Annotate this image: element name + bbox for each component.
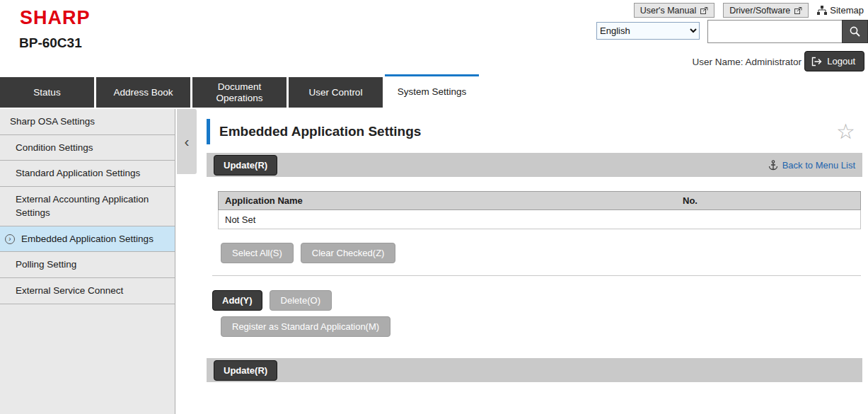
add-delete-buttons-row: Add(Y) Delete(O) bbox=[212, 290, 862, 311]
logout-label: Logout bbox=[827, 56, 855, 67]
search-icon bbox=[849, 25, 861, 38]
back-to-menu-link[interactable]: Back to Menu List bbox=[768, 160, 855, 171]
logout-icon bbox=[811, 57, 822, 67]
table-header-row: Application Name No. bbox=[218, 191, 861, 210]
sidebar-item-standard-application-settings[interactable]: Standard Application Settings bbox=[0, 161, 175, 187]
favorite-star-icon[interactable]: ☆ bbox=[836, 121, 855, 142]
table-row: Not Set bbox=[218, 210, 861, 229]
sidebar-item-polling-setting[interactable]: Polling Setting bbox=[0, 252, 175, 278]
anchor-icon bbox=[768, 160, 778, 171]
tab-system-settings[interactable]: System Settings bbox=[385, 74, 479, 108]
sitemap-label: Sitemap bbox=[830, 5, 864, 16]
main-content: Embedded Application Settings ☆ Update(R… bbox=[197, 109, 868, 414]
sidebar-item-external-accounting-application-settings[interactable]: External Accounting Application Settings bbox=[0, 187, 175, 226]
clear-checked-button[interactable]: Clear Checked(Z) bbox=[301, 243, 396, 263]
add-button[interactable]: Add(Y) bbox=[212, 290, 262, 311]
register-standard-application-button[interactable]: Register as Standard Application(M) bbox=[221, 316, 390, 337]
search-button[interactable] bbox=[842, 20, 868, 43]
tab-document-operations[interactable]: Document Operations bbox=[192, 77, 287, 108]
register-button-row: Register as Standard Application(M) bbox=[221, 316, 862, 337]
tab-address-book[interactable]: Address Book bbox=[96, 77, 190, 108]
back-to-menu-label: Back to Menu List bbox=[782, 160, 855, 171]
search-input[interactable] bbox=[707, 20, 842, 43]
external-link-icon bbox=[700, 6, 708, 14]
sharp-logo: SHARP bbox=[20, 7, 91, 29]
section-divider bbox=[212, 275, 861, 276]
sitemap-link[interactable]: Sitemap bbox=[817, 5, 864, 16]
selection-buttons-row: Select All(S) Clear Checked(Z) bbox=[221, 243, 862, 263]
sidebar-collapse-handle[interactable]: ‹ bbox=[177, 109, 197, 174]
language-select[interactable]: English bbox=[596, 22, 700, 40]
users-manual-label: User's Manual bbox=[640, 6, 697, 16]
driver-software-label: Driver/Software bbox=[729, 6, 790, 16]
sitemap-icon bbox=[817, 6, 827, 15]
driver-software-button[interactable]: Driver/Software bbox=[723, 3, 809, 18]
application-name-cell: Not Set bbox=[219, 214, 680, 225]
sidebar-item-embedded-application-settings[interactable]: › Embedded Application Settings bbox=[0, 226, 175, 253]
column-header-no: No. bbox=[680, 195, 860, 206]
column-header-application-name: Application Name bbox=[219, 195, 680, 206]
collapse-chevron-icon: ‹ bbox=[185, 133, 190, 150]
title-accent-bar bbox=[207, 119, 210, 144]
sidebar-item-external-service-connect[interactable]: External Service Connect bbox=[0, 278, 175, 304]
device-model: BP-60C31 bbox=[19, 35, 82, 51]
select-all-button[interactable]: Select All(S) bbox=[221, 243, 294, 263]
content-layout: Sharp OSA Settings Condition Settings St… bbox=[0, 109, 868, 414]
search-group bbox=[707, 20, 868, 43]
page-title: Embedded Application Settings bbox=[219, 124, 421, 139]
top-links: User's Manual Driver/Software Sitemap bbox=[634, 3, 864, 18]
delete-button[interactable]: Delete(O) bbox=[270, 290, 332, 311]
logout-button[interactable]: Logout bbox=[804, 51, 864, 71]
title-row: Embedded Application Settings ☆ bbox=[207, 119, 862, 144]
settings-sidebar: Sharp OSA Settings Condition Settings St… bbox=[0, 109, 175, 414]
update-button-top[interactable]: Update(R) bbox=[214, 155, 277, 176]
update-button-bottom[interactable]: Update(R) bbox=[214, 360, 277, 381]
user-name-text: User Name: Administrator bbox=[692, 57, 802, 67]
top-toolbar: Update(R) Back to Menu List bbox=[207, 153, 862, 177]
application-table: Application Name No. Not Set bbox=[218, 191, 861, 229]
tab-status[interactable]: Status bbox=[0, 77, 94, 108]
tab-user-control[interactable]: User Control bbox=[289, 77, 383, 108]
external-link-icon bbox=[794, 6, 802, 14]
users-manual-button[interactable]: User's Manual bbox=[634, 3, 715, 18]
bottom-toolbar: Update(R) bbox=[207, 358, 862, 382]
selected-item-icon: › bbox=[5, 234, 15, 244]
sidebar-item-condition-settings[interactable]: Condition Settings bbox=[0, 135, 175, 161]
page-header: SHARP BP-60C31 User's Manual Driver/Soft… bbox=[0, 0, 868, 74]
main-tab-bar: Status Address Book Document Operations … bbox=[0, 74, 868, 108]
sidebar-item-sharp-osa-settings[interactable]: Sharp OSA Settings bbox=[0, 109, 175, 135]
